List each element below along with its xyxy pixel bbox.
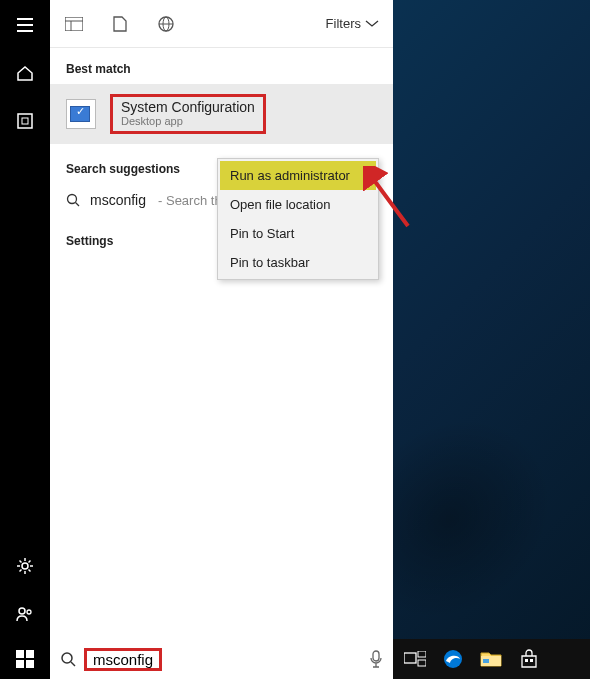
- taskbar-tray: [393, 645, 590, 673]
- best-match-title: System Configuration: [121, 99, 255, 115]
- suggestion-hint: - Search th: [158, 193, 222, 208]
- svg-rect-16: [26, 660, 34, 668]
- search-icon: [60, 651, 76, 667]
- suggestion-query: msconfig: [90, 192, 146, 208]
- best-match-annotation-box: System Configuration Desktop app: [110, 94, 266, 134]
- home-icon[interactable]: [14, 62, 36, 84]
- task-view-icon[interactable]: [401, 645, 429, 673]
- documents-scope-icon[interactable]: [110, 14, 130, 34]
- svg-rect-22: [418, 660, 426, 666]
- svg-rect-25: [483, 659, 489, 663]
- taskbar-search-box[interactable]: msconfig: [50, 639, 393, 679]
- taskbar: msconfig: [0, 639, 590, 679]
- svg-rect-20: [404, 653, 416, 663]
- svg-rect-21: [418, 651, 426, 657]
- panel-top-bar: Filters: [50, 0, 393, 48]
- best-match-subtitle: Desktop app: [121, 115, 255, 127]
- search-input-annotation-box: msconfig: [84, 648, 162, 671]
- start-search-panel: Filters Best match System Configuration …: [50, 0, 393, 639]
- microphone-icon[interactable]: [369, 650, 383, 668]
- search-icon: [66, 193, 80, 207]
- filters-dropdown[interactable]: Filters: [326, 16, 379, 31]
- box-icon[interactable]: [14, 110, 36, 132]
- edge-browser-icon[interactable]: [439, 645, 467, 673]
- gear-icon[interactable]: [14, 555, 36, 577]
- menu-icon[interactable]: [14, 14, 36, 36]
- menu-run-as-admin[interactable]: Run as administrator: [220, 161, 376, 190]
- svg-point-17: [62, 653, 72, 663]
- store-icon[interactable]: [515, 645, 543, 673]
- menu-pin-to-start[interactable]: Pin to Start: [220, 219, 376, 248]
- people-icon[interactable]: [14, 603, 36, 625]
- svg-point-4: [27, 610, 31, 614]
- svg-line-12: [76, 203, 80, 207]
- filters-label: Filters: [326, 16, 361, 31]
- svg-line-18: [71, 662, 75, 666]
- svg-rect-27: [530, 659, 533, 662]
- windows-icon: [16, 650, 34, 668]
- svg-point-3: [19, 608, 25, 614]
- svg-point-23: [444, 650, 462, 668]
- svg-rect-0: [18, 114, 32, 128]
- system-configuration-icon: [66, 99, 96, 129]
- svg-point-11: [68, 195, 77, 204]
- svg-rect-5: [65, 17, 83, 31]
- apps-scope-icon[interactable]: [64, 14, 84, 34]
- svg-rect-26: [525, 659, 528, 662]
- start-button[interactable]: [0, 639, 50, 679]
- best-match-label: Best match: [50, 48, 393, 84]
- svg-rect-1: [22, 118, 28, 124]
- svg-rect-15: [16, 660, 24, 668]
- web-scope-icon[interactable]: [156, 14, 176, 34]
- search-input-value: msconfig: [93, 651, 153, 668]
- svg-rect-19: [373, 651, 379, 661]
- menu-pin-to-taskbar[interactable]: Pin to taskbar: [220, 248, 376, 277]
- chevron-down-icon: [365, 20, 379, 28]
- svg-rect-13: [16, 650, 24, 658]
- file-explorer-icon[interactable]: [477, 645, 505, 673]
- best-match-item[interactable]: System Configuration Desktop app: [50, 84, 393, 144]
- start-left-rail: [0, 0, 50, 639]
- svg-rect-14: [26, 650, 34, 658]
- svg-point-2: [22, 563, 28, 569]
- context-menu: Run as administrator Open file location …: [217, 158, 379, 280]
- menu-open-file-location[interactable]: Open file location: [220, 190, 376, 219]
